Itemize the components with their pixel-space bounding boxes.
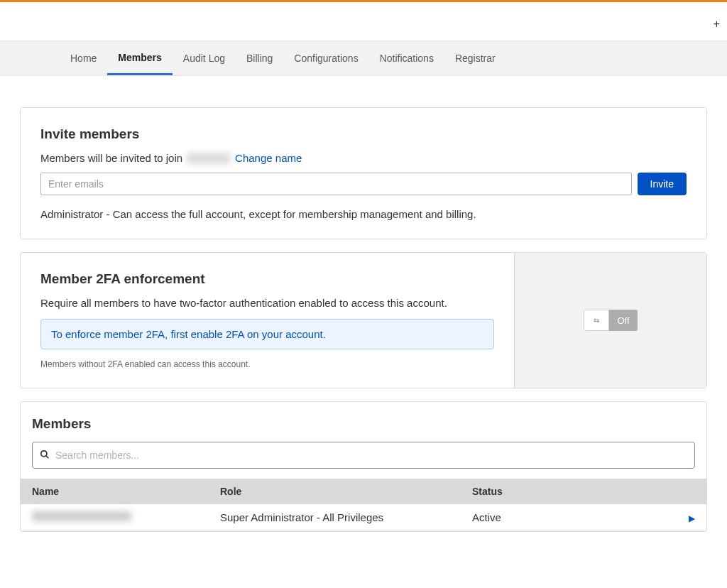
invite-card: Invite members Members will be invited t… [20,107,707,239]
tab-home[interactable]: Home [60,41,107,75]
table-header: Name Role Status [21,479,706,504]
tab-audit-log[interactable]: Audit Log [173,41,236,75]
twofa-toggle-panel: ⇆ Off [515,253,706,388]
change-name-link[interactable]: Change name [235,152,302,164]
invite-text-prefix: Members will be invited to join [40,152,182,164]
toggle-handle-icon: ⇆ [584,310,609,331]
invite-text: Members will be invited to join Change n… [40,152,687,164]
tab-registrar[interactable]: Registrar [444,41,506,75]
col-header-role: Role [220,486,472,497]
invite-email-input[interactable] [40,173,632,195]
search-icon [40,450,50,462]
twofa-info-prefix: To enforce member 2FA, first enable 2FA … [51,328,262,340]
tab-members[interactable]: Members [107,41,172,75]
toggle-off-label: Off [609,310,638,331]
member-status: Active [472,511,674,523]
search-box[interactable] [32,442,695,469]
svg-point-0 [41,450,47,456]
twofa-title: Member 2FA enforcement [40,271,494,287]
twofa-card: Member 2FA enforcement Require all membe… [20,252,707,388]
twofa-small-note: Members without 2FA enabled can access t… [40,359,494,369]
tab-configurations[interactable]: Configurations [283,41,368,75]
content: Invite members Members will be invited t… [0,76,727,559]
account-name-blurred [187,153,231,164]
twofa-info-suffix: . [323,328,326,340]
tab-billing[interactable]: Billing [236,41,283,75]
col-header-name: Name [32,486,220,497]
members-card: Members Name Role Status Super Administr… [20,401,707,532]
invite-button[interactable]: Invite [638,173,687,195]
role-description: Administrator - Can access the full acco… [40,208,687,220]
add-icon[interactable]: + [714,18,720,31]
col-header-status: Status [472,486,674,497]
twofa-desc: Require all members to have two-factor a… [40,297,494,309]
invite-title: Invite members [40,126,687,142]
member-email-blurred [32,511,131,521]
member-role: Super Administrator - All Privileges [220,511,472,523]
tab-notifications[interactable]: Notifications [369,41,444,75]
your-account-link[interactable]: your account [262,328,323,340]
search-input[interactable] [55,450,687,461]
twofa-info-box: To enforce member 2FA, first enable 2FA … [40,319,494,349]
chevron-right-icon[interactable]: ▶ [689,513,695,523]
twofa-toggle[interactable]: ⇆ Off [584,310,638,331]
members-title: Members [21,402,706,442]
table-row[interactable]: Super Administrator - All Privileges Act… [21,504,706,531]
svg-line-1 [46,455,49,458]
header-area: + [0,2,727,40]
nav-tabs: Home Members Audit Log Billing Configura… [0,40,727,76]
